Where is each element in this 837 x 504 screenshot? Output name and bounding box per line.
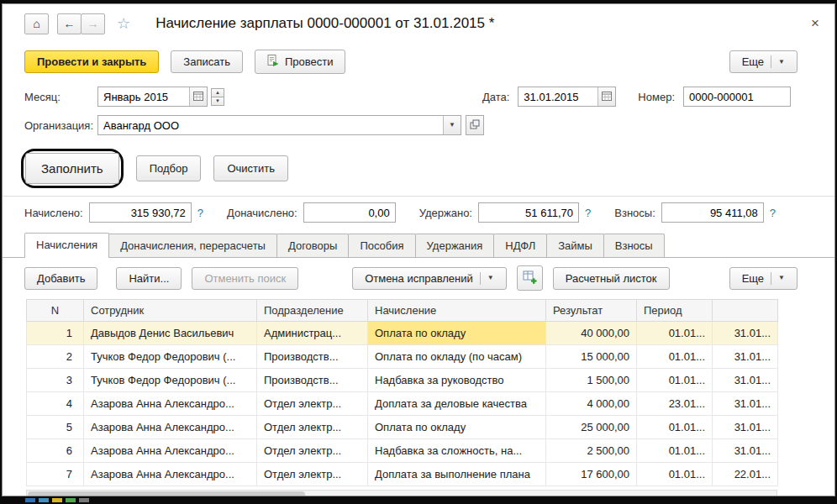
payslip-button[interactable]: Расчетный листок xyxy=(553,267,670,290)
cell[interactable]: Отдел электр... xyxy=(257,439,368,463)
table-row[interactable]: 4Азарова Анна Александро...Отдел электр.… xyxy=(27,392,778,416)
table-row[interactable]: 2Тучков Федор Федорович (...Производств.… xyxy=(27,345,778,369)
cell[interactable]: 31.01... xyxy=(713,439,778,463)
cell[interactable]: 31.01... xyxy=(713,416,778,439)
cell[interactable]: Оплата по окладу (по часам) xyxy=(368,345,546,369)
column-header[interactable]: Сотрудник xyxy=(84,300,257,322)
cell[interactable]: 31.01... xyxy=(713,392,778,416)
favorite-star-icon[interactable]: ☆ xyxy=(117,14,130,33)
date-input[interactable] xyxy=(519,87,597,106)
cell[interactable]: Тучков Федор Федорович (... xyxy=(84,369,257,392)
more-commands-button[interactable]: Еще ▼ xyxy=(729,50,798,73)
withheld-value[interactable] xyxy=(478,202,579,223)
organization-input[interactable] xyxy=(98,116,443,134)
column-header[interactable] xyxy=(713,300,778,322)
organization-dropdown-button[interactable]: ▼ xyxy=(443,116,461,134)
table-row[interactable]: 5Азарова Анна Александро...Отдел электр.… xyxy=(27,416,778,439)
tab-7[interactable]: Займы xyxy=(546,234,604,257)
cell[interactable]: 31.01... xyxy=(713,369,778,392)
cell[interactable]: 01.01... xyxy=(637,463,713,486)
undo-corrections-button[interactable]: Отмена исправлений ▼ xyxy=(352,267,507,290)
cell[interactable]: 23.01... xyxy=(637,392,713,416)
cell[interactable]: 40 000,00 xyxy=(546,322,637,345)
cell[interactable]: Азарова Анна Александро... xyxy=(84,463,257,486)
tab-5[interactable]: Удержания xyxy=(415,234,495,257)
accrued-value[interactable] xyxy=(89,202,192,223)
organization-open-button[interactable] xyxy=(466,115,484,135)
cell[interactable]: 3 xyxy=(27,369,84,392)
cell[interactable]: 22.01... xyxy=(713,463,778,486)
forward-button[interactable]: → xyxy=(81,13,105,34)
cell[interactable]: Отдел электр... xyxy=(257,416,368,439)
table-row[interactable]: 1Давыдов Денис ВасильевичАдминистрац...О… xyxy=(27,322,778,345)
cell[interactable]: Давыдов Денис Васильевич xyxy=(84,322,257,345)
cell[interactable]: Доплата за деловые качества xyxy=(368,392,546,416)
tab-3[interactable]: Договоры xyxy=(276,234,349,257)
contributions-value[interactable] xyxy=(661,202,764,223)
cell[interactable]: 01.01... xyxy=(637,322,713,345)
cell[interactable]: 01.01... xyxy=(637,345,713,369)
cell[interactable]: Производств... xyxy=(257,369,368,392)
tab-6[interactable]: НДФЛ xyxy=(493,234,547,257)
cell[interactable]: Надбавка за сложность, на... xyxy=(368,439,546,463)
column-header[interactable]: Подразделение xyxy=(257,300,368,322)
additional-value[interactable] xyxy=(303,202,396,223)
month-input[interactable] xyxy=(98,87,189,106)
clear-button[interactable]: Очистить xyxy=(213,155,288,181)
close-icon[interactable]: × xyxy=(806,13,824,34)
date-calendar-button[interactable] xyxy=(597,87,615,106)
column-header[interactable]: Начисление xyxy=(368,300,546,322)
cell[interactable]: Азарова Анна Александро... xyxy=(84,439,257,463)
find-button[interactable]: Найти... xyxy=(116,267,182,290)
horizontal-scrollbar[interactable] xyxy=(26,490,777,496)
cell[interactable]: 31.01... xyxy=(713,345,778,369)
back-button[interactable]: ← xyxy=(57,13,82,34)
cell[interactable]: 01.01... xyxy=(637,369,713,392)
withheld-help-link[interactable]: ? xyxy=(585,207,591,219)
cell[interactable]: Оплата по окладу xyxy=(368,416,546,439)
cell[interactable]: Доплата за выполнение плана xyxy=(368,463,546,486)
cell[interactable]: 4 000,00 xyxy=(546,392,637,416)
table-more-button[interactable]: Еще ▼ xyxy=(729,267,798,290)
cell[interactable]: Администрац... xyxy=(257,322,368,345)
table-row[interactable]: 3Тучков Федор Федорович (...Производств.… xyxy=(27,369,778,392)
cell[interactable]: Отдел электр... xyxy=(257,463,368,486)
number-input[interactable] xyxy=(683,87,791,107)
cell[interactable]: 4 xyxy=(27,392,84,416)
add-row-button[interactable]: Добавить xyxy=(24,267,97,290)
cell[interactable]: 6 xyxy=(27,439,84,463)
tab-8[interactable]: Взносы xyxy=(603,234,665,257)
post-and-close-button[interactable]: Провести и закрыть xyxy=(24,50,159,73)
cell[interactable]: 2 500,00 xyxy=(546,439,637,463)
column-header[interactable]: N xyxy=(27,300,84,322)
cell[interactable]: 01.01... xyxy=(637,439,713,463)
cell[interactable]: Отдел электр... xyxy=(257,392,368,416)
cell[interactable]: Тучков Федор Федорович (... xyxy=(84,345,257,369)
tab-2[interactable]: Доначисления, перерасчеты xyxy=(108,234,277,257)
cell[interactable]: 15 000,00 xyxy=(546,345,637,369)
column-header[interactable]: Период xyxy=(637,300,713,322)
cell[interactable]: 7 xyxy=(27,463,84,486)
pick-button[interactable]: Подбор xyxy=(136,155,202,181)
month-calendar-button[interactable] xyxy=(189,87,207,106)
table-settings-button[interactable] xyxy=(517,265,543,291)
table-row[interactable]: 6Азарова Анна Александро...Отдел электр.… xyxy=(27,439,778,463)
tab-4[interactable]: Пособия xyxy=(348,234,415,257)
column-header[interactable]: Результат xyxy=(546,300,637,322)
spin-down-button[interactable]: ▼ xyxy=(211,97,224,106)
cell[interactable]: Азарова Анна Александро... xyxy=(84,416,257,439)
cell[interactable]: 5 xyxy=(27,416,84,439)
post-button[interactable]: Провести xyxy=(255,50,346,74)
cell[interactable]: 17 600,00 xyxy=(546,463,637,486)
cell[interactable]: Надбавка за руководство xyxy=(368,369,546,392)
cell[interactable]: Азарова Анна Александро... xyxy=(84,392,257,416)
table-row[interactable]: 7Азарова Анна Александро...Отдел электр.… xyxy=(27,463,778,486)
cancel-search-button[interactable]: Отменить поиск xyxy=(192,267,298,290)
home-button[interactable]: ⌂ xyxy=(24,13,49,34)
fill-button[interactable]: Заполнить xyxy=(25,153,119,184)
cell[interactable]: Производств... xyxy=(257,345,368,369)
cell[interactable]: 31.01... xyxy=(713,322,778,345)
write-button[interactable]: Записать xyxy=(171,50,243,73)
accrued-help-link[interactable]: ? xyxy=(197,207,203,219)
contributions-help-link[interactable]: ? xyxy=(770,207,776,219)
